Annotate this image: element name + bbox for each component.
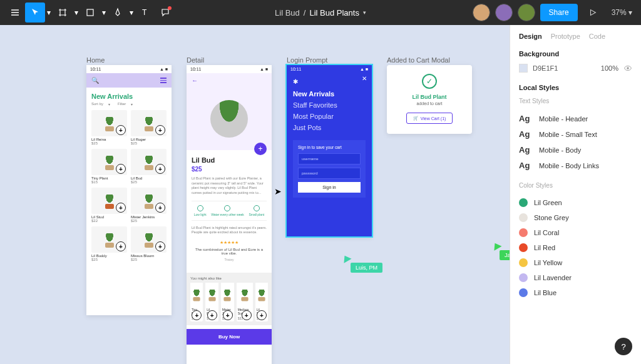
shape-tool[interactable]	[80, 3, 100, 23]
canvas[interactable]: Home 10:11▲ ■ 🔍 New Arrivals Sort by▾Fil…	[0, 25, 510, 364]
back-arrow-icon: ←	[192, 77, 198, 84]
hamburger-icon	[160, 78, 167, 83]
color-style-item[interactable]: Lil Coral	[519, 225, 632, 240]
color-style-item[interactable]: Stone Grey	[519, 210, 632, 225]
product-card: +Mister Jenkins$25	[131, 188, 167, 223]
share-button[interactable]: Share	[540, 4, 578, 21]
comment-tool[interactable]	[155, 3, 175, 23]
opacity-value[interactable]: 100%	[601, 64, 618, 72]
status-bar: 10:11▲ ■	[86, 65, 172, 73]
product-card: +Mister Jenkins$25	[221, 283, 234, 321]
pen-tool[interactable]	[108, 3, 128, 23]
product-card: +Lil Roger$25	[205, 283, 218, 321]
avatar[interactable]	[495, 4, 513, 21]
present-button[interactable]	[583, 3, 603, 23]
avatar[interactable]	[473, 4, 490, 21]
product-description: Lil Bud Plant is paired with our Eore Pl…	[192, 176, 267, 196]
cursor-icon	[341, 253, 351, 263]
artboard-detail[interactable]: 10:11▲ ■ ← + Lil Bud $25 Lil Bud Plant i…	[187, 65, 272, 364]
add-fab: +	[254, 143, 267, 155]
add-icon: +	[155, 241, 165, 251]
nav-item: Staff Favorites	[293, 101, 366, 109]
nav-item: Most Popular	[293, 113, 366, 120]
checkmark-icon: ✓	[422, 74, 437, 89]
product-card: +Lil Roger$25	[131, 110, 167, 145]
color-swatch[interactable]	[519, 64, 528, 73]
add-icon: +	[242, 310, 252, 320]
frame-tool-dropdown[interactable]: ▾	[73, 3, 80, 23]
add-icon: +	[207, 310, 217, 320]
properties-panel: DesignPrototypeCode Background D9E1F1 10…	[510, 25, 641, 364]
breadcrumb[interactable]: Lil Bud/Lil Bud Plants▾	[275, 8, 366, 18]
product-image	[210, 100, 248, 138]
artboard-login[interactable]: 10:11▲ ■ ✕ ✱ New ArrivalsStaff Favorites…	[287, 65, 372, 236]
svg-rect-0	[87, 9, 93, 16]
move-tool[interactable]	[25, 3, 45, 23]
shape-tool-dropdown[interactable]: ▾	[100, 3, 108, 23]
artboard-home[interactable]: 10:11▲ ■ 🔍 New Arrivals Sort by▾Filter▾ …	[86, 65, 172, 315]
color-style-item[interactable]: Lil Blue	[519, 285, 632, 300]
text-tool[interactable]: T	[135, 3, 155, 23]
help-button[interactable]: ?	[615, 338, 632, 355]
artboard-cart-modal[interactable]: ✓ Lil Bud Plant added to cart 🛒 View Car…	[387, 65, 472, 134]
nav-item: New Arrivals	[293, 90, 366, 98]
add-icon: +	[155, 164, 165, 174]
text-style-item[interactable]: AgMobile - Body Links	[519, 158, 632, 173]
pen-tool-dropdown[interactable]: ▾	[128, 3, 135, 23]
color-style-item[interactable]: Lil Red	[519, 240, 632, 255]
top-toolbar: ▾ ▾ ▾ ▾ T Lil Bud/Lil Bud Plants▾ Share …	[0, 0, 641, 25]
color-style-item[interactable]: Lil Lavender	[519, 270, 632, 285]
cursor-icon	[491, 241, 501, 251]
text-style-item[interactable]: AgMobile - Small Text	[519, 126, 632, 142]
product-card: +Lil Bud$25	[131, 149, 167, 184]
artboard-label[interactable]: Home	[86, 56, 105, 64]
artboard-label[interactable]: Detail	[187, 56, 204, 64]
product-title: Lil Bud	[192, 156, 267, 164]
tab-prototype[interactable]: Prototype	[551, 33, 580, 40]
visibility-toggle-icon[interactable]	[623, 64, 632, 73]
color-style-item[interactable]: Lil Green	[519, 195, 632, 210]
product-price: $25	[192, 166, 267, 173]
product-card: +Lil Stud$22	[255, 283, 268, 321]
status-bar: 10:11▲ ■	[187, 65, 272, 73]
search-icon: 🔍	[91, 77, 99, 84]
color-hex[interactable]: D9E1F1	[533, 64, 558, 72]
avatar[interactable]	[518, 4, 535, 21]
collaborator-cursor: Luis, PM	[351, 263, 382, 273]
product-card: +Medium Succulent$33	[237, 283, 253, 321]
hamburger-menu-icon[interactable]	[5, 3, 25, 23]
tab-code[interactable]: Code	[589, 33, 605, 40]
product-card: +Tiny Plant$15	[91, 149, 127, 184]
password-field: password	[298, 168, 361, 179]
add-icon: +	[257, 310, 267, 320]
add-icon: +	[116, 125, 126, 135]
close-icon: ✕	[362, 75, 367, 82]
add-icon: +	[223, 310, 233, 320]
review-text: The combination of Lil Bud and Eore is a…	[192, 248, 267, 255]
care-item: Water every other week	[211, 205, 244, 216]
tab-design[interactable]: Design	[519, 33, 542, 40]
color-style-item[interactable]: Lil Yellow	[519, 255, 632, 270]
nav-item: Just Pots	[293, 124, 366, 131]
username-field: username	[298, 153, 361, 164]
zoom-level[interactable]: 37% ▾	[608, 8, 636, 17]
care-item: Low light	[194, 205, 207, 216]
text-style-item[interactable]: AgMobile - Body	[519, 142, 632, 158]
add-icon: +	[155, 203, 165, 213]
status-bar: 10:11▲ ■	[287, 65, 372, 73]
svg-text:T: T	[142, 8, 147, 17]
logo-icon: ✱	[293, 78, 366, 85]
artboard-label[interactable]: Added to Cart Modal	[387, 56, 450, 64]
frame-tool[interactable]	[53, 3, 73, 23]
page-title: New Arrivals	[91, 93, 167, 100]
care-item: Small plant	[249, 205, 264, 216]
move-tool-dropdown[interactable]: ▾	[45, 3, 53, 23]
buy-now-button: Buy Now	[187, 329, 272, 345]
product-card: +Tiny Plant$15	[190, 283, 203, 321]
text-style-item[interactable]: AgMobile - Header	[519, 111, 632, 126]
product-card: +Lil Stud$22	[91, 188, 127, 223]
product-card: +Lil Reina$25	[91, 110, 127, 145]
star-rating: ★★★★★	[192, 240, 267, 245]
sign-in-button: Sign in	[298, 182, 361, 193]
artboard-label[interactable]: Login Prompt	[287, 56, 327, 64]
